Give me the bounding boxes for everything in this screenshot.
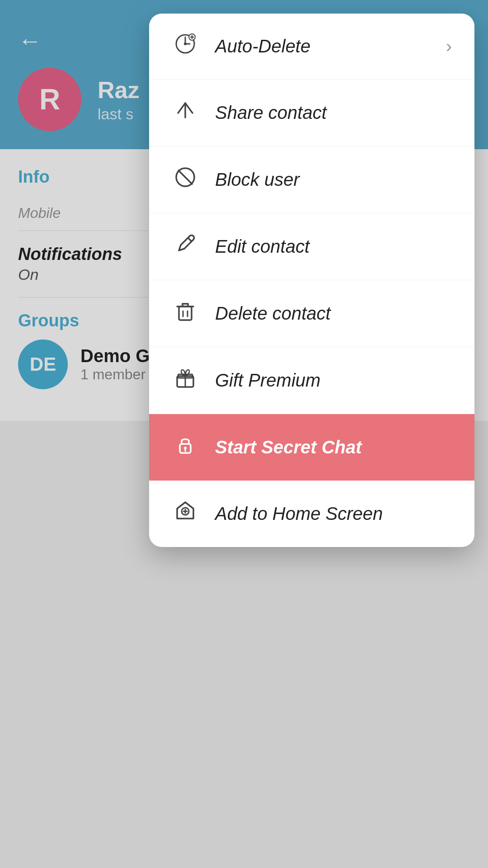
edit-contact-icon — [172, 232, 199, 261]
edit-contact-label: Edit contact — [215, 236, 310, 257]
menu-item-start-secret-chat[interactable]: Start Secret Chat — [149, 414, 474, 481]
auto-delete-icon — [172, 33, 199, 60]
auto-delete-label: Auto-Delete — [215, 36, 310, 57]
delete-contact-icon — [172, 299, 199, 328]
menu-item-edit-contact[interactable]: Edit contact — [149, 213, 474, 280]
svg-line-9 — [178, 170, 192, 184]
share-contact-icon — [172, 99, 199, 127]
gift-premium-label: Gift Premium — [215, 370, 320, 391]
block-user-icon — [172, 165, 199, 194]
secret-chat-icon — [172, 433, 199, 462]
auto-delete-arrow: › — [446, 36, 452, 57]
block-user-label: Block user — [215, 170, 300, 190]
menu-item-auto-delete[interactable]: Auto-Delete › — [149, 14, 474, 80]
add-to-home-label: Add to Home Screen — [215, 504, 383, 524]
add-to-home-icon — [172, 500, 199, 528]
delete-contact-label: Delete contact — [215, 303, 331, 324]
menu-item-block-user[interactable]: Block user — [149, 146, 474, 213]
secret-chat-label: Start Secret Chat — [215, 437, 362, 458]
menu-item-gift-premium[interactable]: Gift Premium — [149, 347, 474, 414]
share-contact-label: Share contact — [215, 103, 327, 123]
menu-item-share-contact[interactable]: Share contact — [149, 80, 474, 146]
menu-item-delete-contact[interactable]: Delete contact — [149, 280, 474, 347]
dropdown-menu: Auto-Delete › Share contact Block user — [149, 14, 474, 547]
gift-premium-icon — [172, 366, 199, 395]
menu-item-add-to-home[interactable]: Add to Home Screen — [149, 481, 474, 547]
svg-rect-11 — [179, 307, 192, 320]
svg-line-10 — [188, 238, 192, 241]
